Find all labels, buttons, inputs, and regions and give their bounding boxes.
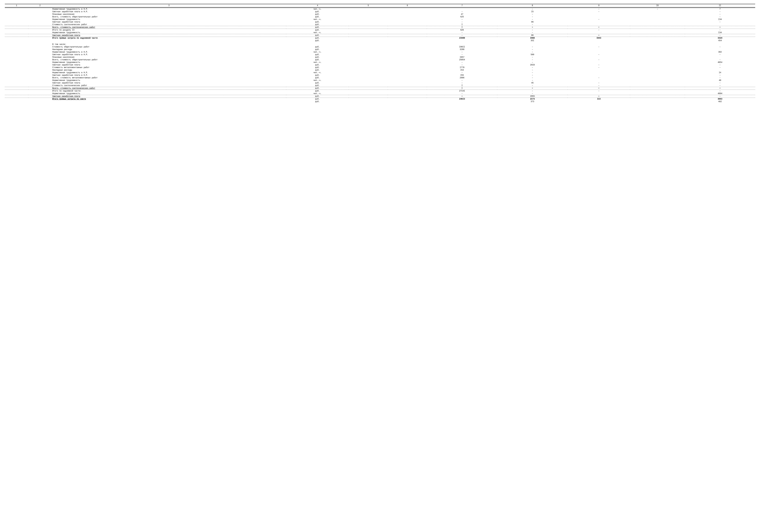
table-cell: = [427, 95, 497, 98]
table-cell: = [497, 26, 567, 29]
table-cell [349, 66, 388, 69]
table-row: Всего, стоимость сантехнических работруб… [5, 26, 755, 29]
table-cell [630, 37, 685, 40]
table-cell [5, 8, 28, 11]
table-cell [685, 42, 755, 46]
table-cell: руб. [286, 29, 349, 31]
table-cell: Сметная заработная плата [52, 21, 286, 23]
table-cell: руб. [286, 11, 349, 13]
table-cell: = [568, 95, 630, 98]
table-cell: – [427, 31, 497, 34]
table-cell: – [630, 8, 685, 11]
table-cell [5, 95, 28, 98]
table-cell: Всего, стоимость общестроительных работ [52, 59, 286, 61]
table-row: Стоимость общестроительных работруб.I99I… [5, 46, 755, 48]
table-cell: руб. [286, 64, 349, 66]
table-cell [388, 87, 427, 90]
table-cell [568, 92, 630, 95]
table-row: Нормативная трудоемкостьчел.-ч.–––I34 [5, 18, 755, 21]
table-cell [568, 13, 630, 16]
table-cell: руб. [286, 98, 349, 101]
table-cell: Сметная заработная плата [52, 95, 286, 98]
table-cell: – [427, 34, 497, 37]
table-cell [28, 21, 52, 23]
table-cell [5, 56, 28, 59]
table-cell: – [497, 46, 567, 48]
table-row: Итого по надземной части:руб.27I4I––– [5, 90, 755, 92]
table-cell [28, 42, 52, 46]
table-cell: Нормативная трудоемкость в Н.Р. [52, 72, 286, 74]
table-cell: Нормативная трудоемкость в Н.Р. [52, 8, 286, 11]
table-cell: 626 [427, 29, 497, 31]
table-cell [388, 11, 427, 13]
table-row: Сметная заработная плата в Н.Р.руб.I55–– [5, 74, 755, 76]
table-cell: 7 [685, 8, 755, 11]
table-cell [568, 23, 630, 26]
table-cell: – [497, 61, 567, 64]
table-row: Всего, стоимость общестроительных работр… [5, 59, 755, 61]
table-cell [427, 8, 497, 11]
table-cell: руб. [286, 56, 349, 59]
table-cell: – [685, 29, 755, 31]
table-cell [630, 56, 685, 59]
table-cell: I988 [497, 37, 567, 40]
table-cell: 27I4I [427, 90, 497, 92]
table-cell: – [497, 29, 567, 31]
table-cell: – [497, 66, 567, 69]
table-cell [5, 51, 28, 53]
table-cell: руб. [286, 69, 349, 72]
table-cell [28, 69, 52, 72]
table-cell [28, 84, 52, 87]
table-cell: руб. [286, 39, 349, 42]
table-cell [28, 56, 52, 59]
table-row: Всего, стоимость сантехнических работруб… [5, 87, 755, 90]
table-cell [349, 64, 388, 66]
table-cell: – [427, 51, 497, 53]
table-cell [5, 16, 28, 18]
table-cell [568, 16, 630, 18]
table-cell [388, 31, 427, 34]
table-cell [427, 42, 497, 46]
table-cell: I53 [427, 69, 497, 72]
table-cell [388, 56, 427, 59]
table-cell: – [568, 66, 630, 69]
table-cell: – [685, 21, 755, 23]
table-cell: Плановые накопления [52, 56, 286, 59]
table-cell [5, 29, 28, 31]
table-cell [52, 100, 286, 103]
table-cell: – [685, 95, 755, 98]
table-cell: I99II [427, 46, 497, 48]
table-cell: руб. [286, 53, 349, 56]
table-cell [568, 39, 630, 42]
table-cell: – [427, 53, 497, 56]
table-cell [28, 82, 52, 84]
table-cell: – [497, 69, 567, 72]
table-cell: руб. [286, 74, 349, 76]
table-row: Нормативная трудоемкость в Н.Р.чел.-ч.––… [5, 72, 755, 74]
table-cell: – [685, 66, 755, 69]
table-cell [568, 79, 630, 82]
table-cell [5, 34, 28, 37]
table-cell: руб. [286, 34, 349, 37]
table-cell: В том числе: [52, 42, 286, 46]
table-cell: – [568, 8, 630, 11]
table-cell [5, 31, 28, 34]
table-cell [568, 31, 630, 34]
table-cell [349, 34, 388, 37]
table-cell [349, 59, 388, 61]
table-cell [5, 59, 28, 61]
table-row: Сметная заработная платаруб.–86=– [5, 34, 755, 37]
table-cell [388, 13, 427, 16]
table-cell [388, 51, 427, 53]
table-cell [630, 92, 685, 95]
table-row: В том числе: [5, 42, 755, 46]
table-cell [28, 51, 52, 53]
table-cell [349, 37, 388, 40]
table-cell [5, 72, 28, 74]
table-cell: руб. [286, 76, 349, 79]
table-cell [5, 66, 28, 69]
table-cell: – [427, 18, 497, 21]
table-cell [630, 18, 685, 21]
table-cell: – [497, 84, 567, 87]
table-cell [349, 61, 388, 64]
